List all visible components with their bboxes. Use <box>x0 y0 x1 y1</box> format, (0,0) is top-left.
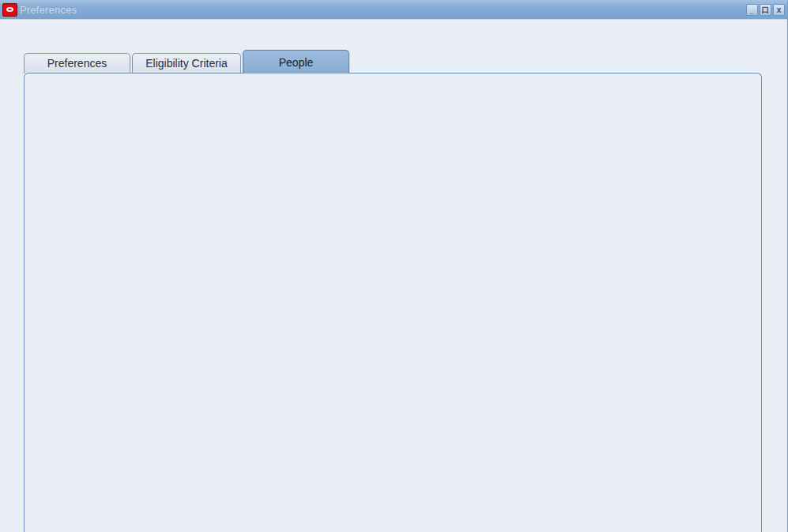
preferences-window: Preferences _ 口 x Preferences Eligibilit… <box>0 0 788 532</box>
window-titlebar: Preferences _ 口 x <box>0 0 787 20</box>
maximize-button[interactable]: 口 <box>760 4 771 16</box>
minimize-button[interactable]: _ <box>746 4 758 16</box>
tab-preferences[interactable]: Preferences <box>24 53 130 74</box>
tab-people[interactable]: People <box>243 50 349 74</box>
close-button[interactable]: x <box>773 4 785 16</box>
window-title: Preferences <box>20 4 77 16</box>
tab-content-panel <box>24 73 762 532</box>
tab-eligibility-criteria[interactable]: Eligibility Criteria <box>132 53 241 74</box>
oracle-logo-icon <box>2 3 17 17</box>
